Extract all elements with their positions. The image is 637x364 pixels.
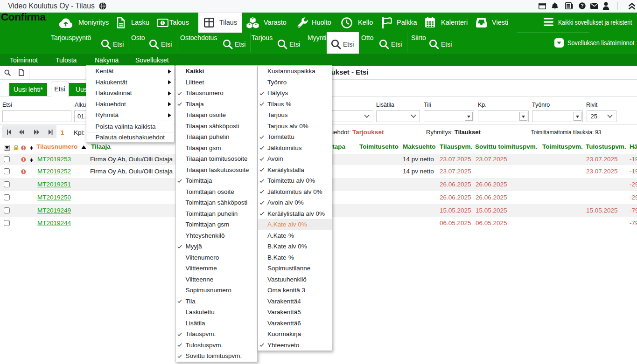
svg-text:1: 1	[161, 21, 164, 25]
svg-text:?: ?	[581, 3, 583, 8]
